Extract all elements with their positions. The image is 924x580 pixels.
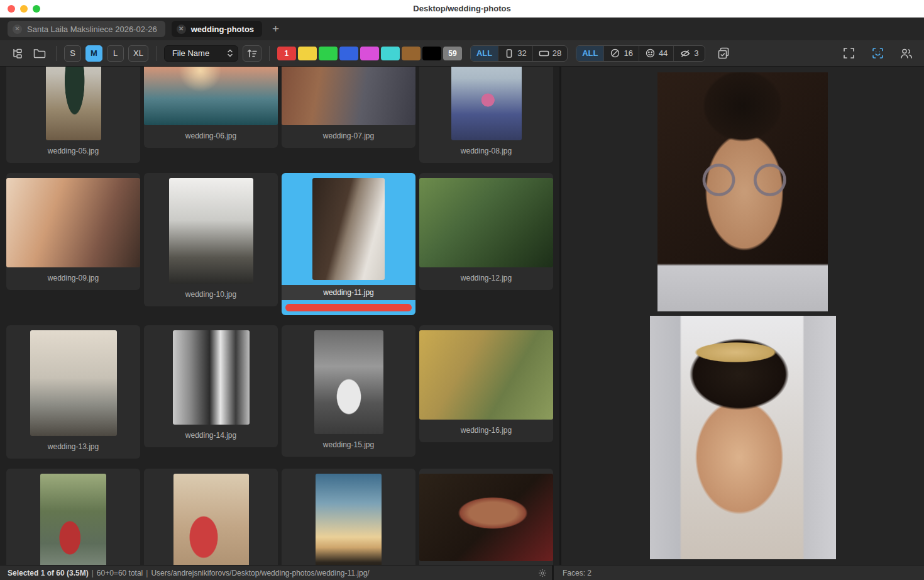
grid-cell-wedding-11[interactable]: wedding-11.jpg <box>282 173 415 315</box>
folder-icon <box>33 48 46 59</box>
window-titlebar: Desktop/wedding-photos <box>0 0 924 18</box>
sort-direction-button[interactable] <box>243 45 261 62</box>
color-filter-magenta[interactable] <box>360 47 379 60</box>
grid-cell-wedding-08[interactable]: wedding-08.jpg <box>419 67 553 163</box>
color-filter-cyan[interactable] <box>381 47 400 60</box>
filename-label: wedding-11.jpg <box>282 285 415 300</box>
main-content: wedding-05.jpgwedding-06.jpgwedding-07.j… <box>0 67 924 565</box>
grid-cell-wedding-18[interactable]: wedding-18.jpg <box>144 469 278 565</box>
tab-wedding-photos[interactable]: ✕ wedding-photos <box>172 21 262 37</box>
people-icon <box>900 48 913 59</box>
thumb-size-s-button[interactable]: S <box>64 45 81 62</box>
face-filter-with-face[interactable]: 44 <box>639 46 673 61</box>
thumb-size-m-button[interactable]: M <box>85 45 102 62</box>
color-filter-green[interactable] <box>319 47 338 60</box>
multi-select-check-icon <box>717 47 730 60</box>
orientation-filter-landscape[interactable]: 28 <box>532 46 567 61</box>
settings-button[interactable] <box>538 569 547 577</box>
photo-thumbnail <box>173 330 250 425</box>
status-bar-right: Faces: 2 <box>554 566 591 580</box>
color-filter-brown[interactable] <box>402 47 421 60</box>
toolbar-separator <box>156 46 157 61</box>
photo-thumbnail <box>173 474 249 565</box>
color-filter-black[interactable] <box>422 47 441 60</box>
photo-thumbnail <box>40 474 106 565</box>
tab-label: wedding-photos <box>191 25 254 34</box>
orientation-filter-all[interactable]: ALL <box>471 46 498 61</box>
face-detection-button[interactable] <box>869 45 886 62</box>
filename-label: wedding-10.jpg <box>185 290 236 299</box>
filename-label: wedding-16.jpg <box>461 426 512 435</box>
filename-label: wedding-13.jpg <box>48 442 99 451</box>
face-filter-group: ALL 16 44 3 <box>576 45 705 62</box>
grid-cell-wedding-19[interactable]: wedding-19.jpg <box>282 469 415 565</box>
filename-label: wedding-09.jpg <box>48 274 99 282</box>
grid-cell-wedding-15[interactable]: wedding-15.jpg <box>282 325 415 457</box>
grid-cell-wedding-16[interactable]: wedding-16.jpg <box>419 325 553 442</box>
filename-label: wedding-08.jpg <box>461 147 512 155</box>
photo-thumbnail <box>316 474 382 565</box>
chevron-up-down-icon <box>226 48 234 58</box>
grid-cell-wedding-07[interactable]: wedding-07.jpg <box>282 67 415 148</box>
people-button[interactable] <box>898 45 915 62</box>
color-filter-no-label[interactable]: 59 <box>443 47 462 60</box>
grid-cell-wedding-10[interactable]: wedding-10.jpg <box>144 173 278 306</box>
eyes-closed-count: 3 <box>694 48 698 58</box>
face-crop-groom-face[interactable] <box>657 72 828 311</box>
grid-cell-wedding-06[interactable]: wedding-06.jpg <box>144 67 278 148</box>
face-filter-no-face[interactable]: 16 <box>603 46 638 61</box>
no-face-icon <box>610 48 620 59</box>
no-face-count: 16 <box>624 48 632 58</box>
color-filter-yellow[interactable] <box>298 47 317 60</box>
smiley-face-icon <box>645 48 656 59</box>
grid-cell-wedding-20[interactable]: wedding-20.jpg <box>419 469 553 565</box>
color-filter-red[interactable]: 1 <box>277 47 296 60</box>
selection-summary: Selected 1 of 60 (3.5M) <box>8 569 89 577</box>
landscape-count: 28 <box>553 48 561 58</box>
face-filter-eyes-closed[interactable]: 3 <box>673 46 704 61</box>
sort-by-select[interactable]: File Name <box>164 45 238 62</box>
filename-label: wedding-06.jpg <box>185 131 236 140</box>
tree-icon <box>11 48 24 59</box>
close-tab-icon[interactable]: ✕ <box>177 25 186 34</box>
grid-cell-wedding-14[interactable]: wedding-14.jpg <box>144 325 278 447</box>
color-filter-blue[interactable] <box>339 47 358 60</box>
photo-grid-area: wedding-05.jpgwedding-06.jpgwedding-07.j… <box>0 67 559 565</box>
orientation-filter-portrait[interactable]: 32 <box>498 46 532 61</box>
grid-cell-wedding-05[interactable]: wedding-05.jpg <box>6 67 140 163</box>
status-separator: | <box>146 569 148 577</box>
photo-thumbnail <box>419 178 553 267</box>
thumb-size-l-button[interactable]: L <box>107 45 124 62</box>
status-separator: | <box>92 569 94 577</box>
close-tab-icon[interactable]: ✕ <box>13 25 22 34</box>
folder-tree-button[interactable] <box>9 45 26 62</box>
portrait-orientation-icon <box>504 48 514 59</box>
grid-cell-wedding-17[interactable]: wedding-17.jpg <box>6 469 140 565</box>
photo-thumbnail <box>282 67 415 125</box>
new-tab-button[interactable]: + <box>268 22 283 36</box>
photo-thumbnail <box>46 67 101 140</box>
grid-cell-wedding-12[interactable]: wedding-12.jpg <box>419 173 553 290</box>
face-filter-all[interactable]: ALL <box>576 46 603 61</box>
tab-bar: ✕ Santa Laila Maksliniece 2026-02-26 ✕ w… <box>0 18 924 40</box>
window-title: Desktop/wedding-photos <box>0 4 924 13</box>
grid-cell-wedding-13[interactable]: wedding-13.jpg <box>6 325 140 459</box>
landscape-orientation-icon <box>539 48 549 59</box>
open-folder-button[interactable] <box>31 45 48 62</box>
photo-thumbnail <box>6 178 140 267</box>
toolbar-separator <box>56 46 57 61</box>
photo-thumbnail <box>314 330 383 434</box>
portrait-count: 32 <box>517 48 526 58</box>
fullscreen-button[interactable] <box>840 45 857 62</box>
select-all-button[interactable] <box>715 45 732 62</box>
faces-panel <box>561 67 924 565</box>
photo-thumbnail <box>169 178 253 284</box>
thumb-size-xl-button[interactable]: XL <box>128 45 148 62</box>
filename-label: wedding-12.jpg <box>461 274 512 282</box>
grid-cell-wedding-09[interactable]: wedding-09.jpg <box>6 173 140 290</box>
selection-flag-bar <box>285 304 412 311</box>
photo-thumbnail <box>30 330 117 436</box>
color-label-filters: 159 <box>277 47 462 60</box>
tab-santa-laila[interactable]: ✕ Santa Laila Maksliniece 2026-02-26 <box>8 21 165 37</box>
face-crop-bride-face[interactable] <box>650 316 836 559</box>
